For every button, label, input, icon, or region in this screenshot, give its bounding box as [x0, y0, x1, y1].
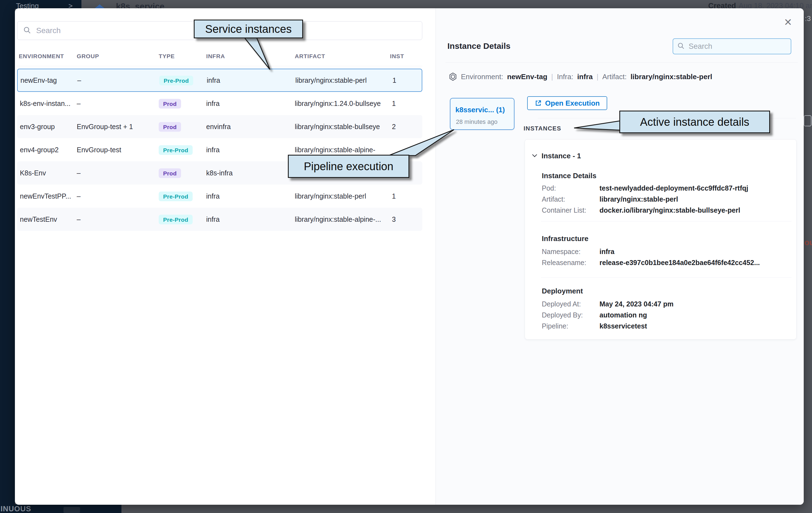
cell-infra: k8s-infra	[206, 169, 233, 177]
field-value: library/nginx:stable-perl	[600, 195, 678, 203]
field-label: Pod:	[542, 184, 556, 192]
cell-group: –	[77, 192, 81, 200]
table-row-newEnvTestPP[interactable]: newEnvTestPP... – Pre-Prod infra library…	[17, 184, 422, 208]
edge-button-fragment	[804, 115, 811, 126]
open-execution-button[interactable]: Open Execution	[527, 96, 607, 110]
table-row-newEnv-tag[interactable]: newEnv-tag – Pre-Prod infra library/ngin…	[17, 69, 422, 92]
col-type: TYPE	[159, 53, 175, 60]
infra-value: infra	[577, 72, 592, 81]
col-artifact: ARTIFACT	[295, 53, 325, 60]
artifact-label: Artifact:	[602, 72, 627, 81]
execution-name[interactable]: k8sservic... (1)	[456, 105, 505, 114]
cell-infra: infra	[206, 192, 220, 200]
card-divider	[541, 277, 791, 278]
field-value: release-e397c0b1bee184a0e2bae64f6fe42cc4…	[600, 259, 760, 267]
separator: |	[597, 72, 598, 81]
callout-pipeline-execution: Pipeline execution	[288, 155, 409, 178]
cell-artifact: library/nginx:stable-alpine-	[295, 146, 375, 154]
cell-artifact: library/nginx:stable-perl	[295, 77, 367, 84]
field-value: docker.io/library/nginx:stable-bullseye-…	[600, 206, 740, 214]
field-label: Namespace:	[542, 248, 580, 256]
cell-inst: 1	[392, 192, 396, 200]
env-type-badge: Pre-Prod	[159, 192, 193, 201]
callout-active-instance-details: Active instance details	[619, 111, 770, 133]
environment-icon	[449, 72, 457, 81]
cell-environment: newEnvTestPP...	[20, 192, 71, 200]
cell-infra: infra	[206, 99, 220, 108]
separator: |	[551, 72, 553, 81]
cell-inst: 3	[392, 215, 396, 223]
col-group: GROUP	[77, 53, 99, 60]
table-row-newTestEnv[interactable]: newTestEnv – Pre-Prod infra library/ngin…	[17, 208, 422, 231]
cell-environment: newTestEnv	[20, 215, 57, 223]
instance-search-box[interactable]	[673, 38, 791, 54]
field-value: test-newlyadded-deployment-6cc9ffdc87-rt…	[600, 184, 748, 192]
cell-inst: 2	[392, 123, 396, 131]
section-title: Instance Details	[542, 172, 597, 180]
cell-infra: infra	[207, 77, 220, 84]
cell-artifact: library/nginx:stable-alpine-...	[295, 215, 381, 223]
artifact-value: library/nginx:stable-perl	[630, 72, 712, 81]
sidebar-nav-fragment: INUOUS	[1, 505, 31, 513]
cell-environment: newEnv-tag	[21, 77, 57, 84]
sidebar-left-strip	[0, 0, 15, 513]
cell-group: –	[77, 77, 81, 84]
right-panel-divider	[445, 62, 798, 63]
external-link-icon	[534, 99, 542, 107]
field-value: k8sservicetest	[600, 322, 647, 330]
chevron-down-icon[interactable]	[531, 154, 538, 159]
close-icon[interactable]: ✕	[784, 18, 792, 27]
environment-label: Environment:	[461, 72, 503, 81]
environment-value: newEnv-tag	[507, 72, 547, 81]
cell-environment: env4-group2	[20, 146, 59, 154]
open-execution-label: Open Execution	[545, 99, 600, 108]
cell-group: EnvGroup-test	[77, 146, 121, 154]
table-row-env3-group[interactable]: env3-group EnvGroup-test + 1 Prod envinf…	[17, 115, 422, 138]
environment-summary: Environment: newEnv-tag | Infra: infra |…	[449, 72, 713, 81]
env-type-badge: Prod	[159, 122, 181, 132]
instance-header[interactable]: Instance - 1	[542, 152, 581, 160]
cell-group: –	[77, 99, 81, 108]
cell-infra: envinfra	[206, 123, 231, 131]
infra-label: Infra:	[557, 72, 573, 81]
env-type-badge: Pre-Prod	[159, 215, 193, 224]
cell-artifact: library/nginx:stable-bullseye	[295, 123, 380, 131]
execution-time: 28 minutes ago	[456, 118, 497, 125]
env-type-badge: Pre-Prod	[159, 76, 193, 86]
cell-infra: infra	[206, 146, 220, 154]
col-infra: INFRA	[206, 53, 225, 60]
env-type-badge: Prod	[159, 169, 181, 178]
cell-infra: infra	[206, 215, 220, 223]
execution-card[interactable]: k8sservic... (1) 28 minutes ago	[450, 98, 515, 130]
search-icon	[23, 26, 31, 35]
section-title: Infrastructure	[542, 235, 588, 243]
cell-artifact: library/nginx:stable-perl	[295, 192, 366, 200]
field-label: Artifact:	[542, 195, 565, 203]
env-type-badge: Pre-Prod	[159, 145, 193, 155]
instances-label: INSTANCES	[524, 125, 561, 132]
cell-artifact: library/nginx:1.24.0-bullseye	[295, 99, 381, 108]
card-divider	[541, 221, 791, 221]
col-inst: INST	[390, 53, 404, 60]
cell-group: –	[77, 215, 81, 223]
cell-group: –	[77, 169, 81, 177]
col-environment: ENVIRONMENT	[19, 53, 64, 60]
sidebar-bottom-icon	[63, 507, 80, 513]
cell-environment: env3-group	[20, 123, 55, 131]
field-value: infra	[600, 248, 614, 256]
cell-environment: k8s-env-instan...	[20, 99, 70, 108]
field-label: Deployed By:	[542, 311, 583, 319]
env-type-badge: Prod	[159, 99, 181, 109]
field-value: automation ng	[600, 311, 647, 319]
callout-service-instances: Service instances	[194, 20, 303, 38]
search-icon	[677, 42, 685, 51]
section-title: Deployment	[542, 287, 583, 295]
field-label: Deployed At:	[542, 300, 581, 308]
edge-fragment-mid: ou	[804, 238, 812, 247]
table-row-k8s-env-instance[interactable]: k8s-env-instan... – Prod infra library/n…	[17, 92, 422, 115]
field-value: May 24, 2023 04:47 pm	[600, 300, 673, 308]
instance-details-title: Instance Details	[447, 41, 510, 51]
field-label: Releasename:	[542, 259, 586, 267]
cell-inst: 1	[392, 99, 396, 108]
instance-search-input[interactable]	[688, 42, 782, 51]
